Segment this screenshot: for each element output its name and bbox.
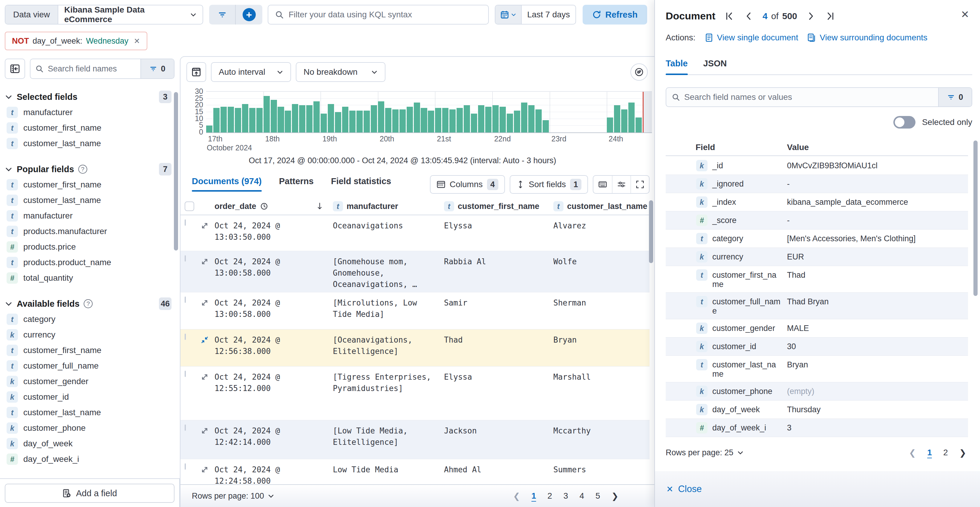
pagination-prev[interactable]: ❮	[513, 491, 520, 501]
sidebar-field-item[interactable]: tcategory	[5, 311, 172, 327]
data-view-picker[interactable]: Data view Kibana Sample Data eCommerce	[5, 5, 203, 24]
sidebar-field-item[interactable]: #products.price	[5, 239, 172, 255]
view-surrounding-documents-link[interactable]: View surrounding documents	[807, 33, 928, 43]
columns-button[interactable]: Columns 4	[430, 175, 504, 194]
tab-field-statistics[interactable]: Field statistics	[331, 176, 391, 191]
sidebar-field-item[interactable]: kcustomer_id	[5, 389, 172, 405]
interval-select[interactable]: Auto interval	[211, 62, 291, 82]
sidebar-field-item[interactable]: #total_quantity	[5, 270, 172, 286]
date-picker-menu-button[interactable]	[495, 5, 522, 24]
filter-menu-button[interactable]	[209, 5, 236, 24]
field-search-input[interactable]: Search field names 0	[30, 59, 175, 79]
pagination-page-2[interactable]: 2	[547, 491, 552, 501]
selected-only-toggle[interactable]	[893, 116, 915, 129]
add-filter-button[interactable]: +	[236, 5, 262, 24]
expand-doc-icon[interactable]	[200, 221, 209, 230]
rows-per-page-select[interactable]: Rows per page: 100	[192, 491, 274, 501]
sidebar-scrollbar[interactable]	[174, 92, 178, 250]
sidebar-field-item[interactable]: tcustomer_last_name	[5, 193, 172, 208]
sidebar-field-item[interactable]: kday_of_week	[5, 436, 172, 451]
pagination-page-1[interactable]: 1	[927, 448, 932, 458]
expand-doc-icon[interactable]	[200, 257, 209, 266]
sidebar-field-item[interactable]: tcustomer_first_name	[5, 120, 172, 136]
row-checkbox[interactable]	[185, 424, 186, 431]
sidebar-field-item[interactable]: tproducts.product_name	[5, 255, 172, 270]
collapse-sidebar-button[interactable]	[5, 59, 25, 79]
expand-doc-icon[interactable]	[200, 298, 209, 307]
density-button[interactable]	[593, 176, 612, 193]
sidebar-field-item[interactable]: tproducts.manufacturer	[5, 223, 172, 239]
row-checkbox[interactable]	[185, 463, 186, 470]
last-doc-icon[interactable]	[825, 11, 835, 21]
row-checkbox[interactable]	[185, 297, 186, 303]
row-checkbox[interactable]	[185, 255, 186, 261]
close-flyout-icon[interactable]: ✕	[961, 8, 970, 20]
row-checkbox[interactable]	[185, 333, 186, 340]
collapse-doc-icon[interactable]	[200, 335, 209, 344]
flyout-filter-button[interactable]: 0	[938, 88, 972, 107]
tab-patterns[interactable]: Patterns	[279, 176, 314, 191]
sidebar-field-item[interactable]: tcustomer_full_name	[5, 358, 172, 374]
sort-desc-icon[interactable]	[315, 202, 324, 210]
remove-filter-icon[interactable]: ✕	[134, 37, 140, 45]
expand-doc-icon[interactable]	[200, 426, 209, 435]
prev-doc-icon[interactable]	[743, 11, 754, 21]
number-field-icon: #	[6, 241, 18, 253]
filter-pill[interactable]: NOT day_of_week: Wednesday ✕	[5, 32, 147, 50]
row-settings-button[interactable]	[612, 176, 630, 193]
pagination-page-1[interactable]: 1	[531, 491, 536, 501]
sidebar-field-item[interactable]: tcustomer_first_name	[5, 177, 172, 193]
sort-fields-button[interactable]: Sort fields 1	[510, 175, 588, 194]
close-button[interactable]: ✕ Close	[666, 484, 702, 494]
kql-search-input[interactable]: Filter your data using KQL syntax	[268, 5, 489, 24]
sidebar-field-item[interactable]: kcustomer_phone	[5, 420, 172, 436]
chart-visibility-button[interactable]	[186, 62, 206, 82]
breakdown-select[interactable]: No breakdown	[296, 62, 385, 82]
flyout-search-input[interactable]: Search field names or values 0	[666, 87, 972, 107]
column-header-manufacturer[interactable]: t manufacturer	[333, 201, 444, 211]
field-section-header[interactable]: Popular fields?7	[5, 161, 172, 177]
expand-doc-icon[interactable]	[200, 465, 209, 474]
sidebar-field-item[interactable]: #day_of_week_i	[5, 451, 172, 467]
add-field-button[interactable]: Add a field	[5, 484, 175, 503]
fullscreen-button[interactable]	[630, 176, 649, 193]
column-header-order-date[interactable]: order_date	[215, 202, 333, 211]
next-doc-icon[interactable]	[806, 11, 816, 21]
first-doc-icon[interactable]	[724, 11, 734, 21]
pagination-next[interactable]: ❯	[959, 448, 966, 458]
row-checkbox[interactable]	[185, 371, 186, 377]
pagination-next[interactable]: ❯	[612, 491, 619, 501]
field-section-header[interactable]: Selected fields3	[5, 89, 172, 105]
flyout-rows-per-page-select[interactable]: Rows per page: 25	[666, 448, 744, 458]
select-all-checkbox[interactable]	[185, 201, 194, 211]
sidebar-field-item[interactable]: kcurrency	[5, 327, 172, 343]
grid-scrollbar[interactable]	[649, 200, 653, 263]
sidebar-field-item[interactable]: tcustomer_last_name	[5, 405, 172, 420]
flyout-tab-json[interactable]: JSON	[703, 59, 727, 75]
pagination-page-2[interactable]: 2	[943, 448, 948, 458]
column-header-customer-first-name[interactable]: t customer_first_name	[444, 201, 553, 211]
chart-options-button[interactable]	[630, 63, 648, 81]
histogram-plot[interactable]	[206, 91, 652, 133]
pagination-prev[interactable]: ❮	[909, 448, 916, 458]
sidebar-field-item[interactable]: tmanufacturer	[5, 105, 172, 120]
column-header-customer-last-name[interactable]: t customer_last_name	[553, 201, 649, 211]
refresh-button[interactable]: Refresh	[582, 5, 647, 24]
pagination-page-3[interactable]: 3	[563, 491, 568, 501]
expand-doc-icon[interactable]	[200, 373, 209, 381]
flyout-scrollbar[interactable]	[974, 140, 978, 296]
sidebar-field-item[interactable]: tcustomer_last_name	[5, 136, 172, 151]
view-single-document-link[interactable]: View single document	[705, 33, 798, 43]
sidebar-field-item[interactable]: kcustomer_gender	[5, 374, 172, 389]
pagination-page-5[interactable]: 5	[595, 491, 600, 501]
sidebar-field-item[interactable]: tcustomer_first_name	[5, 343, 172, 358]
field-section-header[interactable]: Available fields?46	[5, 296, 172, 311]
sidebar-field-item[interactable]: tmanufacturer	[5, 208, 172, 223]
time-range-value[interactable]: Last 7 days	[522, 5, 576, 24]
pagination-page-4[interactable]: 4	[579, 491, 584, 501]
flyout-tab-table[interactable]: Table	[666, 59, 688, 75]
field-filter-button[interactable]: 0	[140, 59, 174, 78]
tab-documents[interactable]: Documents (974)	[192, 176, 262, 191]
date-picker[interactable]: Last 7 days	[495, 5, 576, 24]
row-checkbox[interactable]	[185, 219, 186, 226]
